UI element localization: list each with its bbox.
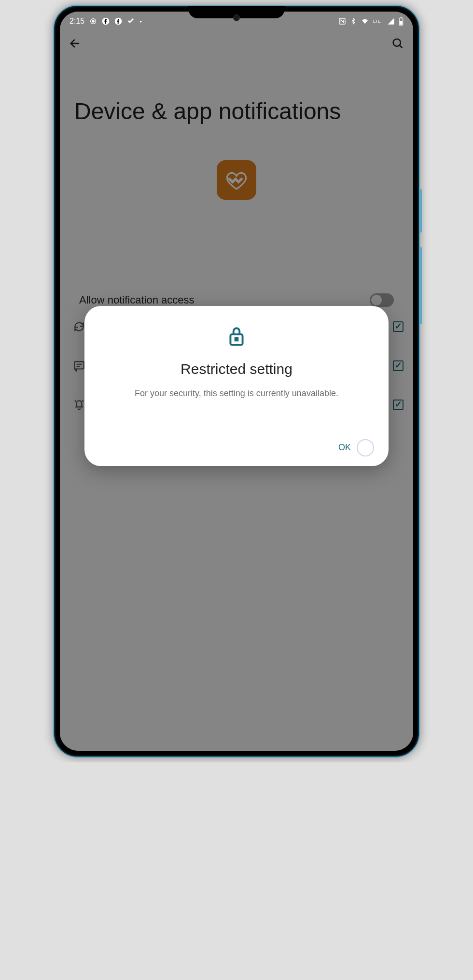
phone-frame: 2:15 ● [53, 5, 420, 758]
ok-button[interactable]: OK [335, 439, 354, 456]
battery-icon [399, 17, 403, 26]
svg-rect-7 [400, 21, 402, 25]
network-label: LTE+ [373, 19, 383, 24]
screen: 2:15 ● [60, 12, 413, 751]
touch-ripple [357, 439, 374, 456]
signal-icon [387, 17, 395, 25]
facebook-icon [114, 17, 122, 25]
svg-rect-11 [236, 338, 238, 341]
svg-rect-6 [401, 17, 402, 18]
front-camera [233, 14, 240, 21]
facebook-icon [102, 17, 110, 25]
nfc-icon [338, 17, 346, 25]
lock-icon [99, 325, 374, 346]
more-notifications-dot: ● [139, 19, 142, 24]
screenshot-icon [89, 17, 97, 25]
dialog-body: For your security, this setting is curre… [99, 387, 374, 400]
svg-point-1 [92, 20, 94, 22]
dialog-title: Restricted setting [99, 361, 374, 377]
app-notification-icon [127, 17, 135, 25]
side-button-volume [420, 247, 422, 324]
wifi-icon [361, 17, 369, 25]
restricted-setting-dialog: Restricted setting For your security, th… [84, 306, 389, 466]
status-time: 2:15 [70, 17, 84, 26]
side-button-power [420, 189, 422, 233]
bluetooth-icon [350, 17, 357, 25]
